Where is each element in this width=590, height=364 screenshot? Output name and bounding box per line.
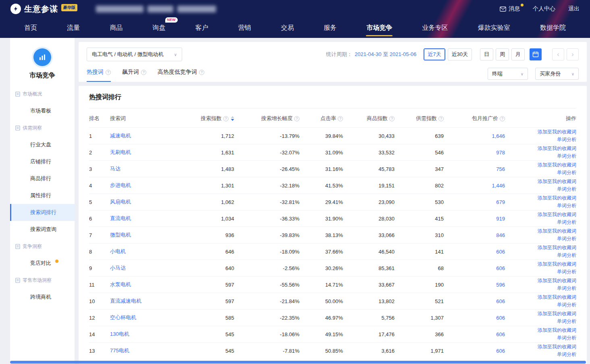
sidebar-item[interactable]: 跨境商机 <box>10 289 75 306</box>
brand-logo[interactable]: 生意参谋 豪华版 <box>10 4 77 15</box>
help-icon[interactable]: ? <box>500 116 505 121</box>
promo-price-link[interactable]: 1,646 <box>492 133 505 139</box>
promo-price-link[interactable]: 978 <box>496 150 505 156</box>
add-to-favorites-link[interactable]: 添加至我的收藏词 <box>505 128 576 136</box>
sidebar-item[interactable]: 竞店对比 <box>10 255 75 272</box>
add-to-favorites-link[interactable]: 添加至我的收藏词 <box>505 310 576 318</box>
nav-item[interactable]: 客户 <box>195 18 208 38</box>
promo-price-link[interactable]: 606 <box>496 265 505 271</box>
messages-link[interactable]: 消息 <box>500 5 520 12</box>
keyword-link[interactable]: 马达 <box>110 166 120 172</box>
sidebar-group[interactable]: 供需洞察 <box>10 119 75 136</box>
nav-item[interactable]: 爆款实验室 <box>478 18 510 38</box>
prev-period-button[interactable]: ‹ <box>552 48 564 60</box>
next-period-button[interactable]: › <box>567 48 579 60</box>
sidebar-item[interactable]: 行业大盘 <box>10 136 75 153</box>
nav-item[interactable]: 询盘NEW <box>153 18 166 38</box>
profile-link[interactable]: 个人中心 <box>533 5 555 12</box>
category-selector[interactable]: 电工电气 / 电动机 / 微型电动机 ∨ <box>87 48 182 61</box>
help-icon[interactable]: ? <box>223 116 229 121</box>
word-analysis-link[interactable]: 单词分析 <box>505 268 576 276</box>
nav-item[interactable]: 商品 <box>110 18 123 38</box>
word-analysis-link[interactable]: 单词分析 <box>505 152 576 160</box>
date-range-button[interactable]: 日 <box>480 48 493 60</box>
sidebar-group[interactable]: 竞争洞察 <box>10 238 75 255</box>
keyword-link[interactable]: 直流减速电机 <box>110 298 141 304</box>
nav-item[interactable]: 服务 <box>324 18 337 38</box>
keyword-link[interactable]: 水泵电机 <box>110 281 131 287</box>
nav-item[interactable]: 流量 <box>67 18 80 38</box>
promo-price-link[interactable]: 846 <box>496 232 505 238</box>
date-range-button[interactable]: 月 <box>511 48 525 60</box>
help-icon[interactable]: ? <box>338 116 343 121</box>
keyword-link[interactable]: 小电机 <box>110 248 126 254</box>
word-analysis-link[interactable]: 单词分析 <box>505 301 576 309</box>
word-analysis-link[interactable]: 单词分析 <box>505 185 576 193</box>
word-analysis-link[interactable]: 单词分析 <box>505 202 576 210</box>
keyword-link[interactable]: 步进电机 <box>110 182 131 188</box>
promo-price-link[interactable]: 606 <box>496 298 505 304</box>
sidebar-item[interactable]: 店铺排行 <box>10 153 75 170</box>
promo-price-link[interactable]: 679 <box>496 199 505 205</box>
keyword-link[interactable]: 无刷电机 <box>110 149 131 155</box>
add-to-favorites-link[interactable]: 添加至我的收藏词 <box>505 194 576 202</box>
nav-item[interactable]: 营销 <box>238 18 251 38</box>
word-analysis-link[interactable]: 单词分析 <box>505 318 576 325</box>
word-analysis-link[interactable]: 单词分析 <box>505 136 576 144</box>
help-icon[interactable]: ? <box>141 70 146 75</box>
nav-item[interactable]: 首页 <box>24 18 37 38</box>
tab[interactable]: 飙升词? <box>122 69 146 82</box>
terminal-select[interactable]: 终端 ∨ <box>488 68 528 80</box>
add-to-favorites-link[interactable]: 添加至我的收藏词 <box>505 277 576 285</box>
add-to-favorites-link[interactable]: 添加至我的收藏词 <box>505 293 576 301</box>
add-to-favorites-link[interactable]: 添加至我的收藏词 <box>505 327 576 334</box>
promo-price-link[interactable]: 756 <box>496 166 505 172</box>
nav-item[interactable]: 业务专区 <box>422 18 448 38</box>
keyword-link[interactable]: 风扇电机 <box>110 199 131 205</box>
promo-price-link[interactable]: 1,446 <box>492 183 505 189</box>
horizontal-scrollbar[interactable] <box>10 361 586 364</box>
calendar-button[interactable] <box>530 48 542 60</box>
add-to-favorites-link[interactable]: 添加至我的收藏词 <box>505 145 576 152</box>
nav-item[interactable]: 数据学院 <box>540 18 566 38</box>
keyword-link[interactable]: 775电机 <box>110 347 129 354</box>
add-to-favorites-link[interactable]: 添加至我的收藏词 <box>505 178 576 185</box>
keyword-link[interactable]: 空心杯电机 <box>110 314 136 320</box>
add-to-favorites-link[interactable]: 添加至我的收藏词 <box>505 343 576 351</box>
word-analysis-link[interactable]: 单词分析 <box>505 169 576 177</box>
word-analysis-link[interactable]: 单词分析 <box>505 334 576 342</box>
promo-price-link[interactable]: 919 <box>496 216 505 222</box>
buyer-type-select[interactable]: 买家身份 ∨ <box>535 68 579 80</box>
keyword-link[interactable]: 130电机 <box>110 331 129 337</box>
help-icon[interactable]: ? <box>438 116 444 121</box>
help-icon[interactable]: ? <box>389 116 395 121</box>
help-icon[interactable]: ? <box>199 70 204 75</box>
logout-link[interactable]: 退出 <box>568 5 580 12</box>
add-to-favorites-link[interactable]: 添加至我的收藏词 <box>505 260 576 268</box>
sidebar-group[interactable]: 零售市场洞察 <box>10 272 75 289</box>
keyword-link[interactable]: 直流电机 <box>110 215 131 221</box>
add-to-favorites-link[interactable]: 添加至我的收藏词 <box>505 227 576 235</box>
promo-price-link[interactable]: 606 <box>496 331 505 337</box>
promo-price-link[interactable]: 606 <box>496 249 505 255</box>
sidebar-item[interactable]: 商品排行 <box>10 170 75 187</box>
word-analysis-link[interactable]: 单词分析 <box>505 218 576 226</box>
keyword-link[interactable]: 小马达 <box>110 265 126 271</box>
promo-price-link[interactable]: 606 <box>496 315 505 321</box>
sidebar-item[interactable]: 属性排行 <box>10 187 75 204</box>
word-analysis-link[interactable]: 单词分析 <box>505 252 576 259</box>
sidebar-item[interactable]: 搜索词查询 <box>10 221 75 238</box>
promo-price-link[interactable]: 606 <box>496 348 505 354</box>
date-range-button[interactable]: 近30天 <box>448 48 472 60</box>
sort-icon[interactable] <box>231 116 234 121</box>
word-analysis-link[interactable]: 单词分析 <box>505 285 576 292</box>
sidebar-group[interactable]: 市场概况 <box>10 85 75 102</box>
sidebar-item[interactable]: 搜索词排行 <box>10 204 75 221</box>
add-to-favorites-link[interactable]: 添加至我的收藏词 <box>505 244 576 252</box>
word-analysis-link[interactable]: 单词分析 <box>505 235 576 243</box>
nav-item[interactable]: 市场竞争 <box>366 18 392 38</box>
promo-price-link[interactable]: 596 <box>496 282 505 288</box>
keyword-link[interactable]: 减速电机 <box>110 133 131 139</box>
tab[interactable]: 热搜词? <box>87 69 111 82</box>
add-to-favorites-link[interactable]: 添加至我的收藏词 <box>505 161 576 169</box>
